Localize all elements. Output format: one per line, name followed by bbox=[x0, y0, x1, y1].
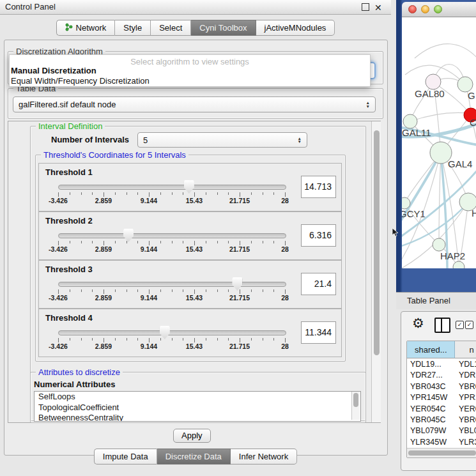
threshold-slider-thumb[interactable] bbox=[232, 277, 242, 291]
axis-tick-label: 21.715 bbox=[229, 342, 250, 350]
node-gal11[interactable] bbox=[403, 114, 417, 128]
threshold-panel: Threshold 2 -3.4262.8599.14415.4321.7152… bbox=[38, 211, 342, 260]
threshold-slider-track[interactable] bbox=[58, 330, 286, 335]
node-gal80[interactable] bbox=[426, 74, 441, 89]
checkbox-icon-1[interactable]: ✓ bbox=[456, 321, 464, 329]
tab-select[interactable]: Select bbox=[151, 20, 191, 36]
threshold-slider-track[interactable] bbox=[58, 282, 286, 287]
tab-label: Cyni Toolbox bbox=[199, 23, 247, 33]
cell-name[interactable]: YBL0 bbox=[456, 426, 476, 436]
tab-style[interactable]: Style bbox=[115, 20, 151, 36]
cell-shared-name[interactable]: YDR27... bbox=[407, 370, 456, 381]
attribute-item-topologicalcoefficient[interactable]: TopologicalCoefficient bbox=[35, 403, 360, 413]
zoom-window-icon[interactable] bbox=[434, 5, 442, 13]
axis-tick-label: 28 bbox=[281, 197, 289, 204]
table-row[interactable]: YPR145WYPR1 bbox=[407, 392, 476, 403]
attribute-item-betweennesscentrality[interactable]: BetweennessCentrality bbox=[35, 413, 360, 422]
cell-name[interactable]: YPR1 bbox=[456, 392, 476, 403]
table-row[interactable]: YER054CYER0 bbox=[407, 404, 476, 415]
node-bottom[interactable] bbox=[453, 261, 464, 268]
table-row[interactable]: YLR345WYLR3 bbox=[407, 437, 476, 448]
network-window-titlebar bbox=[402, 2, 476, 17]
number-of-intervals-label: Number of Intervals bbox=[51, 135, 129, 144]
close-icon[interactable]: ✕ bbox=[374, 1, 382, 15]
column-header-shared-[interactable]: shared... bbox=[407, 341, 455, 358]
table-rows: YDL19...YDL1YDR27...YDR2YBR043CYBR0YPR14… bbox=[407, 359, 476, 449]
threshold-slider-thumb[interactable] bbox=[160, 326, 170, 339]
node-label-c: C bbox=[470, 117, 476, 128]
cell-name[interactable]: YLR3 bbox=[456, 437, 476, 448]
interval-definition-title: Interval Definition bbox=[36, 121, 105, 131]
cell-name[interactable]: YER0 bbox=[456, 404, 476, 415]
control-panel-tabs: NetworkStyleSelectCyni ToolboxjActiveMNo… bbox=[0, 20, 391, 36]
close-window-icon[interactable] bbox=[408, 5, 417, 13]
cell-shared-name[interactable]: YPR145W bbox=[407, 392, 456, 403]
tab-discretize-data[interactable]: Discretize Data bbox=[157, 449, 231, 464]
split-pane-icon[interactable] bbox=[434, 318, 450, 333]
threshold-value-field[interactable]: 21.4 bbox=[301, 273, 336, 295]
tab-jactivemnodules[interactable]: jActiveMNodules bbox=[256, 20, 335, 36]
tab-label: Infer Network bbox=[239, 452, 288, 461]
column-header-n[interactable]: n bbox=[455, 341, 476, 358]
threshold-label: Threshold 4 bbox=[45, 313, 93, 323]
menu-item-equal-width-discretization[interactable]: Equal Width/Frequency Discretization bbox=[11, 76, 150, 86]
cell-name[interactable]: YBR0 bbox=[456, 415, 476, 426]
node-table: shared...n YDL19...YDL1YDR27...YDR2YBR04… bbox=[406, 341, 476, 458]
algorithm-hint: Select algorithm to view settings bbox=[10, 57, 370, 66]
cell-shared-name[interactable]: YDL19... bbox=[407, 359, 456, 370]
gear-icon[interactable]: ⚙ bbox=[412, 316, 424, 331]
threshold-slider-thumb[interactable] bbox=[184, 180, 194, 194]
table-row[interactable]: YDR27...YDR2 bbox=[407, 370, 476, 381]
table-data-combo[interactable]: galFiltered.sif default node ▲▼ bbox=[13, 96, 376, 112]
cell-shared-name[interactable]: YBR043C bbox=[407, 381, 456, 392]
threshold-slider-track[interactable] bbox=[58, 233, 286, 238]
table-row[interactable]: YBR045CYBR0 bbox=[407, 415, 476, 426]
numerical-attributes-label: Numerical Attributes bbox=[34, 380, 115, 389]
cell-shared-name[interactable]: YBL079W bbox=[407, 426, 456, 436]
table-row[interactable]: YBL079WYBL0 bbox=[407, 426, 476, 436]
node-hap2[interactable] bbox=[433, 238, 445, 251]
menu-item-manual-discretization[interactable]: Manual Discretization bbox=[11, 66, 96, 75]
control-panel-title: Control Panel bbox=[5, 0, 56, 14]
axis-tick-label: 28 bbox=[281, 294, 289, 302]
tab-cyni-toolbox[interactable]: Cyni Toolbox bbox=[191, 20, 256, 36]
threshold-value-field[interactable]: 11.344 bbox=[301, 321, 336, 344]
cell-shared-name[interactable]: YER054C bbox=[407, 404, 456, 415]
axis-tick-label: 15.43 bbox=[186, 294, 203, 302]
threshold-label: Threshold 2 bbox=[45, 216, 93, 226]
threshold-slider-track[interactable] bbox=[58, 185, 286, 190]
table-row[interactable]: YDL19...YDL1 bbox=[407, 359, 476, 370]
cell-name[interactable]: YBR0 bbox=[456, 381, 476, 392]
table-row[interactable]: YBR043CYBR0 bbox=[407, 381, 476, 392]
node-gcy1[interactable] bbox=[402, 197, 410, 209]
horizontal-scrollbar-thumb[interactable] bbox=[408, 450, 476, 456]
tab-label: Style bbox=[123, 23, 142, 33]
vertical-scrollbar-thumb[interactable] bbox=[374, 130, 380, 355]
horizontal-scrollbar[interactable] bbox=[407, 448, 476, 457]
attribute-items: SelfLoopsTopologicalCoefficientBetweenne… bbox=[35, 392, 360, 422]
table-panel-title: Table Panel bbox=[407, 293, 450, 309]
axis-tick-label: 9.144 bbox=[141, 197, 157, 204]
cell-name[interactable]: YDR2 bbox=[456, 370, 476, 381]
cell-shared-name[interactable]: YLR345W bbox=[407, 437, 456, 448]
vertical-scrollbar[interactable] bbox=[371, 121, 381, 422]
attribute-item-selfloops[interactable]: SelfLoops bbox=[35, 392, 360, 403]
cell-shared-name[interactable]: YBR045C bbox=[407, 415, 456, 426]
float-window-icon[interactable] bbox=[362, 3, 369, 11]
tab-network[interactable]: Network bbox=[56, 20, 116, 36]
tab-impute-data[interactable]: Impute Data bbox=[94, 449, 157, 464]
attributes-group-title: Attributes to discretize bbox=[36, 367, 123, 377]
attributes-list-scrollbar[interactable] bbox=[351, 392, 360, 420]
attributes-list-scrollbar-thumb[interactable] bbox=[353, 393, 358, 407]
checkbox-icon-2[interactable]: ✓ bbox=[465, 321, 473, 329]
minimize-window-icon[interactable] bbox=[421, 5, 429, 13]
threshold-value-field[interactable]: 6.316 bbox=[301, 224, 336, 247]
threshold-value-field[interactable]: 14.713 bbox=[301, 176, 336, 198]
cell-name[interactable]: YDL1 bbox=[456, 359, 476, 370]
network-canvas[interactable]: GAL80 G C GAL11 GAL4 GCY1 H HAP2 bbox=[402, 17, 476, 268]
threshold-slider-thumb[interactable] bbox=[123, 229, 134, 242]
tab-infer-network[interactable]: Infer Network bbox=[231, 449, 297, 464]
number-of-intervals-combo[interactable]: 5 ▲▼ bbox=[137, 132, 307, 148]
apply-button[interactable]: Apply bbox=[173, 429, 211, 443]
tab-label: Select bbox=[159, 23, 182, 33]
